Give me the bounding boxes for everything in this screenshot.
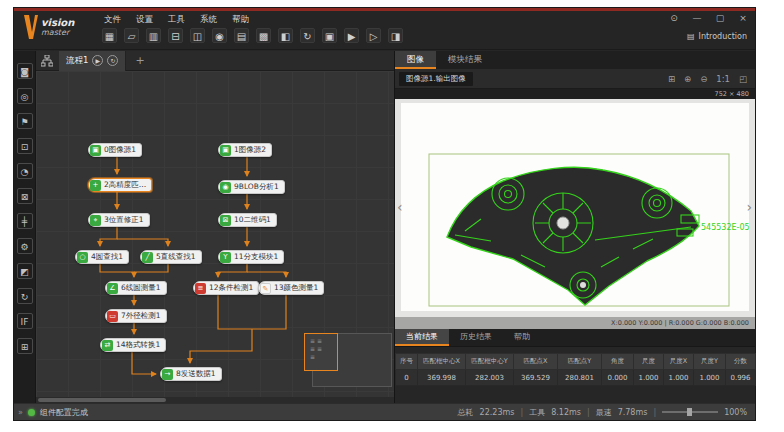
measure-icon[interactable]: ╪	[17, 213, 33, 229]
logo-line2: master	[41, 28, 74, 38]
position-icon[interactable]: ⚑	[17, 113, 33, 129]
page-icon[interactable]: ◧	[278, 28, 293, 43]
flow-canvas[interactable]: ▣0图像源1+2高精度匹…⌖3位置修正1○4圆查找1╱5直线查找1∠6线圆测量1…	[36, 71, 394, 397]
global-refresh-icon[interactable]: ↻	[300, 28, 315, 43]
process-tree-icon[interactable]	[41, 55, 53, 67]
flow-node[interactable]: ▣0图像源1	[88, 143, 142, 157]
minimize-button[interactable]: —	[691, 13, 703, 23]
one-to-one-icon[interactable]: 1:1	[716, 74, 730, 84]
save-icon[interactable]: ▦	[102, 28, 117, 43]
inspection-image: 545532E-05	[395, 99, 756, 317]
output-icon[interactable]: ⊞	[17, 338, 33, 354]
introduction-button[interactable]: ▤ Introduction	[687, 32, 747, 41]
metric-value: 22.23ms	[480, 408, 515, 417]
focus-icon[interactable]: ⊡	[17, 138, 33, 154]
results-table: 序号匹配框中心X匹配框中心Y匹配点X匹配点Y角度尺度尺度X尺度Y分数 0369.…	[395, 353, 756, 386]
tab-帮助[interactable]: 帮助	[503, 329, 541, 346]
menu-item[interactable]: 帮助	[232, 14, 249, 26]
node-label: 7外径检测1	[121, 311, 161, 321]
node-icon: ⊠	[220, 215, 231, 226]
node-label: 6线圆测量1	[121, 283, 161, 293]
tab-模块结果[interactable]: 模块结果	[436, 51, 494, 69]
run-loop-button[interactable]: ↻	[107, 55, 118, 66]
menu-item[interactable]: 系统	[200, 14, 217, 26]
restore-button[interactable]: ▢	[714, 13, 726, 23]
run-process-button[interactable]: ▶	[92, 55, 103, 66]
single-step-icon[interactable]: ◨	[388, 28, 403, 43]
if-logic-icon[interactable]: IF	[17, 313, 33, 329]
node-icon: →	[162, 369, 173, 380]
zoom-in-icon[interactable]: ⊕	[684, 74, 691, 84]
flow-node[interactable]: ◉9BLOB分析1	[218, 180, 285, 194]
resolution-label: 752 × 480	[395, 89, 755, 99]
layout-icon[interactable]: ◫	[190, 28, 205, 43]
menu-item[interactable]: 文件	[104, 14, 121, 26]
minimap[interactable]: ≡ ≡≡ ≡≡	[304, 333, 338, 371]
run-continuous-icon[interactable]: ▷	[366, 28, 381, 43]
flow-node[interactable]: ○4圆查找1	[75, 250, 129, 264]
next-image-arrow[interactable]: ›	[746, 199, 752, 215]
camera-icon[interactable]: ◙	[17, 63, 33, 79]
image-viewer[interactable]: 545532E-05 ‹ ›	[395, 99, 755, 317]
flow-node[interactable]: Y11分支模块1	[218, 250, 284, 264]
about-button[interactable]: ⊙	[668, 13, 680, 23]
run-once-icon[interactable]: ▶	[344, 28, 359, 43]
module-settings-icon[interactable]: ⚙	[17, 238, 33, 254]
right-panel: 图像模块结果 图像源1.输出图像 ⊞⊕⊖1:1◰ 752 × 480	[394, 51, 755, 403]
circle-detect-icon[interactable]: ◔	[17, 163, 33, 179]
flow-node[interactable]: +2高精度匹…	[88, 178, 152, 192]
flow-node[interactable]: ⊠10二维码1	[218, 213, 277, 227]
open-icon[interactable]: ▱	[124, 28, 139, 43]
tab-当前结果[interactable]: 当前结果	[395, 329, 449, 346]
canvas-hscroll-thumb[interactable]	[38, 398, 166, 402]
table-row[interactable]: 0369.998282.003369.529280.8010.0001.0001…	[396, 370, 756, 386]
tab-process-1[interactable]: 流程1 ▶ ↻	[59, 51, 126, 71]
flow-node[interactable]: ∠6线圆测量1	[105, 281, 167, 295]
flow-node[interactable]: ⌖3位置修正1	[88, 213, 150, 227]
data-queue-icon[interactable]: ▩	[256, 28, 271, 43]
rotate-icon[interactable]: ↻	[17, 288, 33, 304]
zoom-slider-handle[interactable]	[687, 408, 692, 416]
sql-data-icon[interactable]: ▣	[322, 28, 337, 43]
window-controls: ⊙—▢×	[668, 13, 749, 23]
tab-历史结果[interactable]: 历史结果	[449, 329, 503, 346]
expand-statusbar-button[interactable]: »	[18, 408, 23, 417]
node-icon: ⇄	[102, 340, 113, 351]
main-toolbar: ▦▱▥⊟◫◉▤▩◧↻▣▶▷◨	[102, 28, 403, 43]
table-cell: 0.996	[726, 370, 756, 386]
canvas-zoom-slider[interactable]	[662, 411, 718, 413]
save-as-icon[interactable]: ▥	[146, 28, 161, 43]
flow-node[interactable]: →8发送数据1	[160, 367, 222, 381]
camera-icon[interactable]: ◉	[212, 28, 227, 43]
node-label: 1图像源2	[234, 145, 266, 155]
close-button[interactable]: ×	[737, 13, 749, 23]
add-process-button[interactable]: +	[126, 54, 153, 67]
node-icon: ∠	[107, 283, 118, 294]
menu-item[interactable]: 设置	[136, 14, 153, 26]
flow-node[interactable]: ▣1图像源2	[218, 143, 272, 157]
metric-value: 8.12ms	[551, 408, 581, 417]
fill-icon[interactable]: ◩	[17, 263, 33, 279]
module-list-icon[interactable]: ▤	[234, 28, 249, 43]
flow-node[interactable]: ⇄14格式转换1	[100, 338, 166, 352]
menu-item[interactable]: 工具	[168, 14, 185, 26]
crosshair-icon[interactable]: ◎	[17, 88, 33, 104]
node-icon: ⌖	[90, 215, 101, 226]
node-icon: ○	[77, 252, 88, 263]
tab-图像[interactable]: 图像	[395, 51, 436, 69]
flow-node[interactable]: ╱5直线查找1	[140, 250, 202, 264]
prev-image-arrow[interactable]: ‹	[397, 199, 403, 215]
fit-view-icon[interactable]: ⊞	[668, 74, 675, 84]
logo-v-icon	[23, 14, 39, 40]
match-code-label: 545532E-05	[701, 223, 750, 232]
zoom-out-icon[interactable]: ⊖	[700, 74, 707, 84]
flow-node[interactable]: ✎13颜色测量1	[258, 281, 324, 295]
flow-node[interactable]: ≡12条件检测1	[193, 281, 259, 295]
image-source-dropdown[interactable]: 图像源1.输出图像	[399, 72, 473, 86]
flow-node[interactable]: ▭7外径检测1	[105, 309, 167, 323]
close-box-icon[interactable]: ⊠	[17, 188, 33, 204]
export-icon[interactable]: ⊟	[168, 28, 183, 43]
fullscreen-icon[interactable]: ◰	[739, 74, 747, 84]
column-header: 匹配框中心X	[418, 354, 466, 370]
column-header: 匹配点Y	[558, 354, 602, 370]
